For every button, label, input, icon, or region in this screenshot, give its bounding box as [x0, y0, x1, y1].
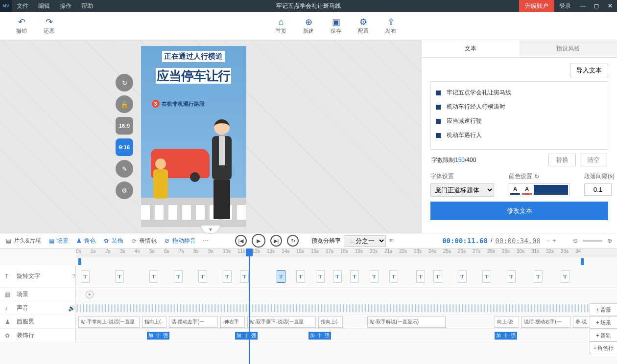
text-clip[interactable]: T	[416, 270, 425, 283]
deco-clip[interactable]: 加	[495, 332, 502, 340]
action-clip[interactable]: 话-摆动左手(一	[169, 316, 218, 328]
text-clip[interactable]: T	[561, 270, 570, 283]
text-clip[interactable]: T	[240, 270, 249, 283]
action-clip[interactable]: 向上-说	[495, 316, 519, 328]
zoom-in-icon[interactable]: ⊕	[607, 237, 612, 244]
opt-dragmute[interactable]: ⊘拖动静音	[164, 237, 196, 245]
replace-button[interactable]: 替换	[548, 154, 576, 166]
login-button[interactable]: 登录	[554, 0, 576, 12]
maximize-button[interactable]: ◻	[590, 0, 603, 12]
text-clip[interactable]: T	[316, 270, 325, 283]
upgrade-button[interactable]: 升级账户	[519, 0, 554, 12]
action-clip[interactable]: 说话-摆动右手(一	[522, 316, 570, 328]
refresh-tool[interactable]: ↻	[116, 74, 133, 91]
more-icon[interactable]: ⋯	[203, 237, 209, 244]
expand-arrow[interactable]: ▾	[201, 225, 220, 234]
text-clip[interactable]: T	[174, 270, 183, 283]
menu-help[interactable]: 帮助	[76, 0, 98, 12]
opt-role[interactable]: ♟角色	[75, 237, 96, 245]
text-clip[interactable]: T	[507, 270, 516, 283]
font-select[interactable]: 庞门正道标题体	[430, 183, 494, 197]
deco-clip[interactable]: 强	[509, 332, 517, 340]
add-audio[interactable]: + 音轨	[590, 329, 617, 341]
add-bg[interactable]: + 背景	[590, 303, 617, 316]
opt-emoji[interactable]: ☺表情包	[130, 237, 157, 245]
text-clip[interactable]: T	[350, 270, 359, 283]
text-clip[interactable]: T	[433, 270, 442, 283]
deco-clip[interactable]: 强	[162, 332, 169, 340]
text-clip[interactable]: T	[458, 270, 467, 283]
spacing-input[interactable]	[584, 183, 612, 196]
text-clip[interactable]: T	[277, 270, 285, 283]
undo-button[interactable]: ↶撤销	[8, 14, 35, 38]
text-clip[interactable]: T	[149, 270, 158, 283]
text-clip[interactable]: T	[389, 270, 398, 283]
save-button[interactable]: ▣保存	[322, 14, 350, 38]
text-clip[interactable]: T	[534, 270, 543, 283]
deco-clip[interactable]: 加	[147, 332, 155, 340]
import-text-button[interactable]: 导入文本	[570, 64, 608, 77]
redo-button[interactable]: ↷还原	[35, 14, 63, 38]
text-list[interactable]: 牢记五点学会礼让斑马线 机动车行经人行横道时 应当减速行驶 机动车遇行人	[430, 81, 608, 150]
opt-titles[interactable]: ▤片头&片尾	[5, 237, 41, 245]
tab-text[interactable]: 文本	[422, 40, 520, 57]
action-clip[interactable]: 指向上(-	[318, 316, 343, 328]
menu-file[interactable]: 文件	[12, 0, 33, 12]
list-item[interactable]: 应当减速行驶	[436, 114, 603, 128]
playhead[interactable]	[249, 249, 250, 364]
deco-clip[interactable]: 强	[323, 332, 331, 340]
preview-select[interactable]: 二分之一	[344, 235, 386, 247]
list-item[interactable]: 机动车遇行人	[436, 128, 603, 142]
action-clip[interactable]: 站-手掌向上-说话(一直显	[78, 316, 140, 328]
add-scene[interactable]: +	[86, 291, 94, 298]
minimize-button[interactable]: —	[576, 0, 590, 12]
color-picker[interactable]: AA	[509, 183, 570, 196]
modify-text-button[interactable]: 修改文本	[430, 202, 608, 220]
play-button[interactable]: ▶	[252, 234, 265, 248]
new-button[interactable]: ⊕新建	[295, 14, 322, 38]
zoom-slider[interactable]	[583, 240, 602, 242]
close-button[interactable]: ✕	[603, 0, 617, 12]
add-scene[interactable]: + 场景	[590, 316, 617, 329]
menu-action[interactable]: 操作	[55, 0, 76, 12]
ratio-169[interactable]: 16:9	[116, 117, 133, 135]
settings-tool[interactable]: ⚙	[116, 182, 133, 199]
action-clip[interactable]: 站-双手解说(一直显示)	[367, 316, 446, 328]
edit-tool[interactable]: ✎	[116, 160, 133, 178]
text-clip[interactable]: T	[296, 270, 305, 283]
deco-clip[interactable]: 十	[154, 332, 162, 340]
publish-button[interactable]: ⇪发布	[377, 14, 404, 38]
clear-button[interactable]: 清空	[580, 154, 607, 166]
text-clip[interactable]: T	[81, 270, 90, 283]
action-clip[interactable]: 站-双手垂下-说话(一直显	[247, 316, 316, 328]
canvas[interactable]: 正在通过人行横道 应当停车让行 3 在机非机混行路段	[141, 46, 246, 227]
canvas-area[interactable]: 正在通过人行横道 应当停车让行 3 在机非机混行路段 ↻ 🔓 16:9 9:16…	[0, 40, 421, 233]
loop-button[interactable]: ↻	[287, 235, 299, 247]
time-total[interactable]: 00:00:34.00	[495, 237, 541, 245]
text-clip[interactable]: T	[198, 270, 207, 283]
deco-clip[interactable]: 十	[316, 332, 324, 340]
text-clip[interactable]: T	[370, 270, 379, 283]
ratio-916[interactable]: 9:16	[116, 138, 133, 156]
config-button[interactable]: ⚙配置	[350, 14, 377, 38]
home-button[interactable]: ⌂首页	[267, 14, 295, 38]
text-clip[interactable]: T	[223, 270, 232, 283]
action-clip[interactable]: 指向上(-	[142, 316, 166, 328]
text-clip[interactable]: T	[482, 270, 491, 283]
ruler[interactable]: 0s1s2s3s4s5s6s7s8s9s10s11s12s13s14s15s16…	[76, 249, 617, 257]
zoom-out-icon[interactable]: ⊖	[573, 237, 578, 244]
list-item[interactable]: 牢记五点学会礼让斑马线	[436, 86, 603, 100]
waveform[interactable]	[76, 304, 617, 312]
time-plus[interactable]: +	[553, 237, 556, 244]
text-clip[interactable]: T	[333, 270, 342, 283]
opt-scene[interactable]: ▦场景	[48, 237, 69, 245]
volume-icon[interactable]: 🔊	[68, 305, 75, 312]
deco-clip[interactable]: 强	[250, 332, 258, 340]
menu-edit[interactable]: 编辑	[33, 0, 55, 12]
next-button[interactable]: ▶|	[270, 235, 282, 247]
lock-tool[interactable]: 🔓	[116, 95, 133, 113]
opt-deco[interactable]: ✿装饰	[103, 237, 123, 245]
list-item[interactable]: 机动车行经人行横道时	[436, 100, 603, 114]
deco-clip[interactable]: 十	[502, 332, 510, 340]
tab-preset[interactable]: 预设风格	[520, 40, 617, 57]
